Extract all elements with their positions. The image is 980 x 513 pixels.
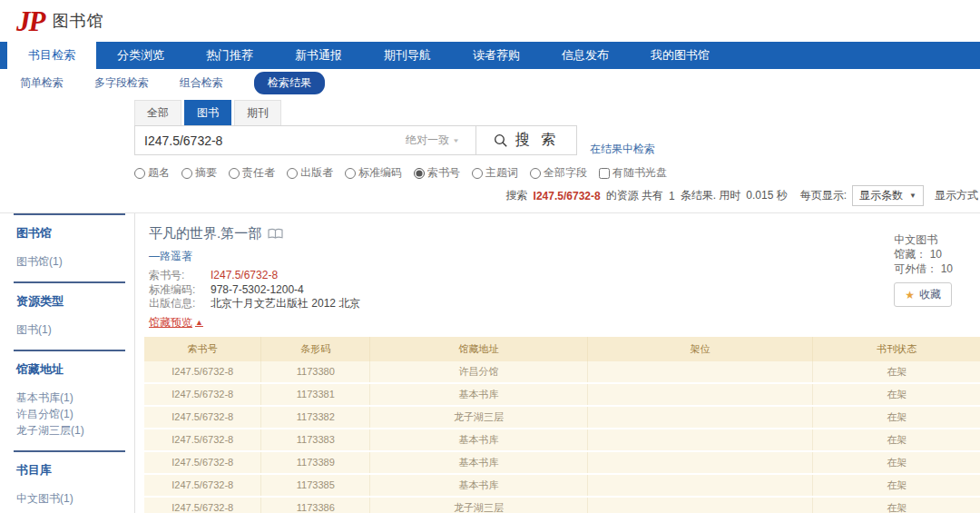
book-author[interactable]: —路遥著	[149, 249, 980, 264]
meta-label: 搜索	[506, 188, 528, 203]
facet-item[interactable]: 许昌分馆(1)	[16, 406, 125, 422]
field-option-题名[interactable]: 题名	[134, 165, 170, 181]
bib-row: 出版信息:北京十月文艺出版社 2012 北京	[149, 297, 980, 311]
column-header-馆藏地址: 馆藏地址	[370, 337, 587, 361]
search-button-label: 搜 索	[515, 131, 559, 150]
table-cell: 1173386	[261, 497, 370, 513]
site-header: JP 图书馆	[0, 0, 980, 42]
field-option-标准编码[interactable]: 标准编码	[345, 165, 402, 181]
book-title[interactable]: 平凡的世界.第一部	[149, 225, 980, 242]
nav-item-信息发布[interactable]: 信息发布	[541, 42, 630, 69]
table-cell: I247.5/6732-8	[144, 406, 261, 429]
table-cell: 在架	[813, 406, 980, 429]
search-input[interactable]	[135, 126, 406, 154]
table-cell	[587, 497, 813, 513]
field-option-label: 责任者	[242, 165, 275, 181]
field-option-索书号[interactable]: 索书号	[414, 165, 460, 181]
book-bib-fields: 索书号:I247.5/6732-8标准编码:978-7-5302-1200-4出…	[149, 269, 980, 311]
scope-tab-全部[interactable]: 全部	[134, 100, 181, 125]
facet-title: 馆藏地址	[16, 361, 125, 378]
book-side-info: 中文图书 馆藏： 10 可外借： 10 ★ 收藏	[894, 232, 953, 307]
bib-row: 索书号:I247.5/6732-8	[149, 269, 980, 283]
holdings-preview-link[interactable]: 馆藏预览 ▲	[149, 315, 203, 330]
book-icon	[268, 228, 283, 240]
field-option-全部字段[interactable]: 全部字段	[530, 165, 587, 181]
table-cell: 基本书库	[370, 474, 587, 497]
subnav-item-组合检索[interactable]: 组合检索	[180, 75, 223, 91]
column-header-书刊状态: 书刊状态	[813, 337, 980, 361]
meta-time: 0.015 秒	[746, 188, 787, 203]
favorite-button[interactable]: ★ 收藏	[894, 282, 952, 307]
search-button[interactable]: 搜 索	[475, 125, 577, 155]
table-cell: 在架	[813, 474, 980, 497]
per-page-dropdown[interactable]: 显示条数 ▼	[852, 185, 924, 206]
field-radio-题名[interactable]	[134, 168, 145, 179]
table-cell	[587, 361, 813, 383]
facet-section-图书馆: 图书馆图书馆(1)	[14, 213, 125, 281]
search-scope-tabs: 全部图书期刊	[134, 100, 980, 125]
table-cell: 基本书库	[370, 451, 587, 474]
subnav-item-多字段检索[interactable]: 多字段检索	[94, 75, 149, 91]
subnav-item-简单检索[interactable]: 简单检索	[20, 75, 64, 91]
nav-item-分类浏览[interactable]: 分类浏览	[96, 42, 185, 69]
scope-tab-图书[interactable]: 图书	[184, 100, 231, 125]
table-cell: 许昌分馆	[370, 361, 587, 383]
table-row: I247.5/6732-81173382龙子湖三层在架	[144, 406, 980, 429]
nav-item-期刊导航[interactable]: 期刊导航	[363, 42, 452, 69]
match-mode-dropdown[interactable]: 绝对一致 ▾	[406, 133, 476, 148]
facet-item[interactable]: 图书馆(1)	[16, 253, 125, 270]
nav-item-我的图书馆[interactable]: 我的图书馆	[630, 42, 730, 69]
facet-section-资源类型: 资源类型图书(1)	[14, 281, 125, 350]
table-cell	[587, 474, 813, 497]
field-radio-标准编码[interactable]	[345, 168, 356, 179]
facet-sidebar: 图书馆图书馆(1)资源类型图书(1)馆藏地址基本书库(1)许昌分馆(1)龙子湖三…	[0, 213, 134, 513]
search-within-results-link[interactable]: 在结果中检索	[590, 142, 655, 157]
bib-row: 标准编码:978-7-5302-1200-4	[149, 283, 980, 298]
meta-resource-text: 的资源 共有	[606, 188, 663, 203]
nav-item-读者荐购[interactable]: 读者荐购	[452, 42, 541, 69]
facet-section-书目库: 书目库中文图书(1)	[14, 450, 125, 513]
field-radio-主题词[interactable]	[472, 168, 483, 179]
field-radio-摘要[interactable]	[181, 168, 192, 179]
field-option-出版者[interactable]: 出版者	[287, 165, 333, 181]
site-logo: JP	[16, 7, 44, 35]
scope-tab-期刊[interactable]: 期刊	[234, 100, 281, 125]
bib-label: 标准编码:	[149, 283, 211, 298]
disc-checkbox[interactable]	[599, 168, 610, 179]
facet-title: 书目库	[16, 462, 125, 478]
facet-item[interactable]: 龙子湖三层(1)	[16, 422, 125, 439]
table-cell: 在架	[813, 361, 980, 383]
table-cell: 在架	[813, 497, 980, 513]
match-mode-label: 绝对一致	[406, 133, 449, 148]
facet-item[interactable]: 中文图书(1)	[16, 490, 125, 507]
book-holdings-count: 馆藏： 10	[894, 247, 953, 261]
result-panel: 平凡的世界.第一部 —路遥著 索书号:I247.5/6732-8标准编码:978…	[134, 213, 980, 513]
nav-item-新书通报[interactable]: 新书通报	[274, 42, 363, 69]
nav-item-热门推荐[interactable]: 热门推荐	[185, 42, 274, 69]
field-radio-出版者[interactable]	[287, 168, 298, 179]
table-cell: I247.5/6732-8	[144, 383, 261, 406]
meta-count: 1	[669, 190, 675, 202]
book-detail: 平凡的世界.第一部 —路遥著 索书号:I247.5/6732-8标准编码:978…	[144, 225, 980, 330]
table-cell	[587, 406, 813, 429]
subnav-item-检索结果[interactable]: 检索结果	[254, 72, 325, 94]
field-option-主题词[interactable]: 主题词	[472, 165, 518, 181]
table-cell: I247.5/6732-8	[144, 361, 261, 383]
holdings-header-row: 索书号条形码馆藏地址架位书刊状态	[144, 337, 980, 361]
field-radio-索书号[interactable]	[414, 168, 425, 179]
disc-option[interactable]: 有随书光盘	[599, 165, 667, 181]
facet-item[interactable]: 图书(1)	[16, 321, 125, 338]
field-option-责任者[interactable]: 责任者	[229, 165, 275, 181]
field-option-摘要[interactable]: 摘要	[181, 165, 217, 181]
book-type: 中文图书	[894, 232, 953, 247]
field-radio-全部字段[interactable]	[530, 168, 541, 179]
meta-result-text: 条结果. 用时	[681, 188, 741, 203]
site-title: 图书馆	[52, 10, 103, 32]
column-header-架位: 架位	[587, 337, 813, 361]
display-mode-link[interactable]: 显示方式	[935, 188, 978, 203]
nav-item-书目检索[interactable]: 书目检索	[7, 42, 96, 69]
star-icon: ★	[905, 289, 915, 301]
search-field-options: 题名摘要责任者出版者标准编码索书号主题词全部字段有随书光盘	[134, 165, 980, 181]
facet-item[interactable]: 基本书库(1)	[16, 390, 125, 406]
field-radio-责任者[interactable]	[229, 168, 240, 179]
